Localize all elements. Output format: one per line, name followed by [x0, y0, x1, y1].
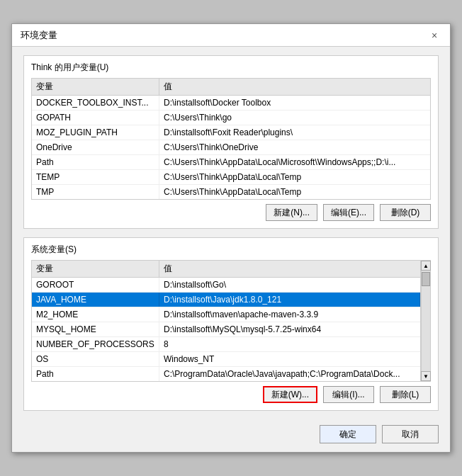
var-cell: JAVA_HOME: [32, 293, 159, 307]
sys-table-header: 变量 值: [32, 261, 420, 278]
env-vars-dialog: 环境变量 × Think 的用户变量(U) 变量 值 DOCKER_TOOLBO…: [11, 23, 451, 453]
var-cell: MYSQL_HOME: [32, 322, 159, 336]
val-cell: C:\Users\Think\AppData\Local\Temp: [159, 170, 430, 184]
var-cell: M2_HOME: [32, 307, 159, 322]
val-cell: C:\Users\Think\OneDrive: [159, 140, 430, 154]
var-cell: NUMBER_OF_PROCESSORS: [32, 337, 159, 351]
user-col2-header: 值: [159, 79, 430, 95]
table-row[interactable]: TEMP C:\Users\Think\AppData\Local\Temp: [32, 170, 430, 185]
val-cell: D:\installsoft\Foxit Reader\plugins\: [159, 125, 430, 140]
var-cell: Path: [32, 155, 159, 169]
val-cell: C:\Users\Think\AppData\Local\Microsoft\W…: [159, 155, 430, 169]
val-cell: 8: [159, 337, 420, 351]
var-cell: TMP: [32, 185, 159, 199]
cancel-button[interactable]: 取消: [382, 425, 439, 443]
val-cell: D:\installsoft\MySQL\mysql-5.7.25-winx64: [159, 322, 420, 336]
sys-new-button[interactable]: 新建(W)...: [263, 386, 317, 403]
sys-section: 系统变量(S) 变量 值 GOROOT D:\installsoft\Go\ J…: [23, 237, 439, 411]
user-section-title: Think 的用户变量(U): [31, 62, 431, 74]
table-row[interactable]: GOPATH C:\Users\Think\go: [32, 110, 430, 125]
sys-delete-button[interactable]: 删除(L): [380, 386, 431, 403]
confirm-button[interactable]: 确定: [320, 425, 376, 443]
val-cell: Windows_NT: [159, 352, 420, 366]
val-cell: D:\installsoft\Docker Toolbox: [159, 96, 430, 110]
sys-btn-row: 新建(W)... 编辑(I)... 删除(L): [31, 386, 431, 403]
table-row[interactable]: OneDrive C:\Users\Think\OneDrive: [32, 140, 430, 155]
scroll-up-arrow[interactable]: ▲: [421, 261, 431, 271]
val-cell: C:\Users\Think\go: [159, 110, 430, 125]
table-row[interactable]: Path C:\Users\Think\AppData\Local\Micros…: [32, 155, 430, 170]
table-row[interactable]: M2_HOME D:\installsoft\maven\apache-mave…: [32, 307, 420, 322]
sys-table-body[interactable]: GOROOT D:\installsoft\Go\ JAVA_HOME D:\i…: [32, 278, 420, 381]
table-row[interactable]: MOZ_PLUGIN_PATH D:\installsoft\Foxit Rea…: [32, 125, 430, 140]
dialog-title: 环境变量: [21, 29, 57, 42]
scroll-track[interactable]: [422, 271, 430, 371]
var-cell: OneDrive: [32, 140, 159, 154]
user-new-button[interactable]: 新建(N)...: [266, 204, 317, 221]
title-bar: 环境变量 ×: [12, 24, 450, 47]
user-btn-row: 新建(N)... 编辑(E)... 删除(D): [31, 204, 431, 221]
table-row[interactable]: GOROOT D:\installsoft\Go\: [32, 278, 420, 293]
val-cell: D:\installsoft\Java\jdk1.8.0_121: [159, 293, 420, 307]
sys-scrollbar[interactable]: ▲ ▼: [421, 260, 431, 382]
user-edit-button[interactable]: 编辑(E)...: [323, 204, 374, 221]
var-cell: MOZ_PLUGIN_PATH: [32, 125, 159, 140]
table-row[interactable]: Path C:\ProgramData\Oracle\Java\javapath…: [32, 367, 420, 381]
table-row[interactable]: MYSQL_HOME D:\installsoft\MySQL\mysql-5.…: [32, 322, 420, 337]
var-cell: TEMP: [32, 170, 159, 184]
scroll-down-arrow[interactable]: ▼: [421, 371, 431, 381]
table-row[interactable]: DOCKER_TOOLBOX_INST... D:\installsoft\Do…: [32, 96, 430, 110]
dialog-footer: 确定 取消: [12, 419, 450, 452]
val-cell: C:\Users\Think\AppData\Local\Temp: [159, 185, 430, 199]
sys-col2-header: 值: [159, 261, 420, 277]
user-vars-table: 变量 值 DOCKER_TOOLBOX_INST... D:\installso…: [31, 78, 431, 200]
var-cell: GOPATH: [32, 110, 159, 125]
val-cell: D:\installsoft\maven\apache-maven-3.3.9: [159, 307, 420, 322]
user-table-header: 变量 值: [32, 79, 430, 96]
dialog-content: Think 的用户变量(U) 变量 值 DOCKER_TOOLBOX_INST.…: [12, 47, 450, 419]
table-row[interactable]: NUMBER_OF_PROCESSORS 8: [32, 337, 420, 352]
sys-section-title: 系统变量(S): [31, 244, 431, 256]
sys-col1-header: 变量: [32, 261, 159, 277]
user-delete-button[interactable]: 删除(D): [380, 204, 431, 221]
user-section: Think 的用户变量(U) 变量 值 DOCKER_TOOLBOX_INST.…: [23, 55, 439, 229]
table-row[interactable]: OS Windows_NT: [32, 352, 420, 367]
var-cell: OS: [32, 352, 159, 366]
sys-vars-table: 变量 值 GOROOT D:\installsoft\Go\ JAVA_HOME…: [31, 260, 421, 382]
var-cell: Path: [32, 367, 159, 381]
val-cell: C:\ProgramData\Oracle\Java\javapath;C:\P…: [159, 367, 420, 381]
user-col1-header: 变量: [32, 79, 159, 95]
user-table-body[interactable]: DOCKER_TOOLBOX_INST... D:\installsoft\Do…: [32, 96, 430, 199]
scroll-thumb[interactable]: [422, 272, 430, 286]
sys-edit-button[interactable]: 编辑(I)...: [323, 386, 374, 403]
sys-table-wrapper: 变量 值 GOROOT D:\installsoft\Go\ JAVA_HOME…: [31, 260, 431, 382]
close-button[interactable]: ×: [427, 28, 441, 42]
table-row[interactable]: TMP C:\Users\Think\AppData\Local\Temp: [32, 185, 430, 199]
val-cell: D:\installsoft\Go\: [159, 278, 420, 292]
sys-table-main: 变量 值 GOROOT D:\installsoft\Go\ JAVA_HOME…: [31, 260, 421, 382]
var-cell: GOROOT: [32, 278, 159, 292]
table-row[interactable]: JAVA_HOME D:\installsoft\Java\jdk1.8.0_1…: [32, 293, 420, 307]
var-cell: DOCKER_TOOLBOX_INST...: [32, 96, 159, 110]
